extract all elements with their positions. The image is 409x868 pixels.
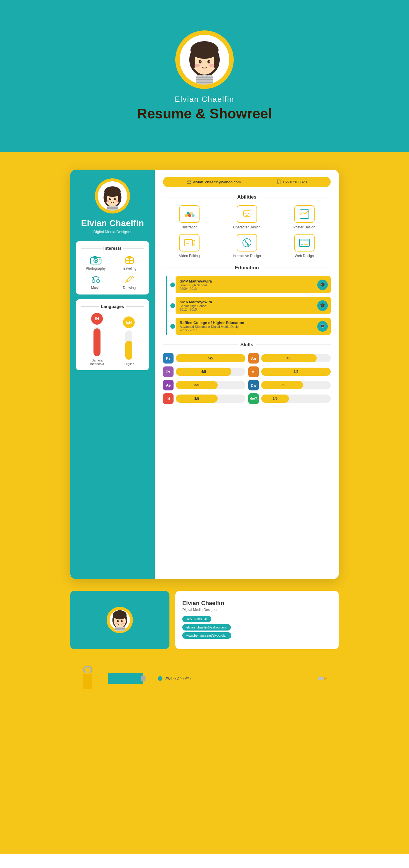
skills-section: Skills Ps 5/5 An 4/5 — [163, 342, 331, 404]
svg-point-79 — [121, 620, 123, 622]
interests-card: Interests Photography — [76, 241, 149, 294]
skill-bar-an: 4/5 — [261, 354, 331, 362]
skill-dw: Dw 3/5 — [248, 380, 331, 391]
svg-rect-44 — [127, 276, 132, 282]
right-panel: elvian_chaelfin@yahoo.com +65 87100020 A… — [155, 169, 339, 579]
skill-bar-ps: 5/5 — [176, 354, 245, 362]
svg-point-77 — [113, 610, 127, 619]
skill-badge-ps: Ps — [163, 353, 174, 364]
interest-traveling: Traveling — [114, 255, 144, 271]
skill-ps: Ps 5/5 — [163, 353, 245, 364]
poster-design-icon — [294, 205, 315, 223]
pen-label: Elvian Chaelfin — [165, 677, 191, 681]
svg-point-53 — [192, 214, 195, 217]
skill-score-dw: 3/5 — [261, 381, 303, 389]
title-area: Elvian Chaelfin Resume & Showreel — [137, 95, 272, 122]
svg-point-71 — [300, 240, 301, 241]
main-avatar — [175, 30, 234, 89]
skill-ai: Ai 5/5 — [248, 367, 331, 377]
skills-heading: Skills — [163, 342, 331, 348]
skill-badge-ai: Ai — [248, 367, 259, 377]
ability-interactive-design: Interactive Design — [220, 234, 273, 258]
svg-rect-82 — [114, 627, 125, 631]
left-avatar-ring — [95, 178, 130, 214]
svg-point-65 — [247, 244, 249, 246]
languages-heading: Languages — [81, 304, 144, 309]
skill-score-maya: 2/5 — [261, 395, 289, 403]
lang-bar-in — [94, 327, 101, 356]
interests-heading: Interests — [81, 246, 144, 251]
svg-rect-18 — [104, 194, 107, 203]
left-name: Elvian Chaelfin — [81, 218, 144, 228]
edu-sma-icon: 🎓 — [317, 300, 328, 311]
svg-rect-84 — [114, 629, 125, 630]
skill-badge-pr: Pr — [163, 367, 174, 377]
svg-rect-69 — [301, 244, 303, 245]
svg-point-55 — [244, 213, 246, 214]
phone-contact: +65 87100020 — [277, 180, 307, 184]
svg-point-5 — [199, 60, 202, 63]
biz-card-email: elvian_chaelfin@yahoo.com — [182, 624, 231, 630]
drawing-label: Drawing — [123, 286, 136, 290]
edu-smp-school: SMP Maitreyawira — [180, 279, 316, 283]
biz-card-white: Elvian Chaelfin Digital Media Designer +… — [175, 591, 339, 649]
svg-point-48 — [278, 183, 279, 184]
ability-illustration: Illustration — [163, 205, 216, 229]
biz-card-name: Elvian Chaelfin — [182, 600, 332, 607]
skill-badge-an: An — [248, 353, 259, 364]
skill-badge-id: Id — [163, 393, 174, 404]
biz-card-teal — [70, 591, 169, 649]
skill-bar-pr: 4/5 — [176, 368, 245, 376]
video-editing-icon — [179, 234, 200, 251]
photography-label: Photography — [86, 267, 105, 271]
svg-point-49 — [185, 214, 188, 217]
svg-point-10 — [209, 64, 214, 67]
skill-score-an: 4/5 — [261, 354, 317, 362]
ability-character-design: Character Design — [220, 205, 273, 229]
skill-bar-ae: 3/5 — [176, 381, 245, 389]
skill-bar-maya: 2/5 — [261, 395, 331, 403]
music-label: Music — [91, 286, 100, 290]
skills-grid: Ps 5/5 An 4/5 Pr 4/5 — [163, 353, 331, 404]
svg-rect-4 — [214, 54, 218, 68]
skill-score-pr: 4/5 — [176, 368, 231, 376]
svg-rect-70 — [304, 244, 308, 245]
svg-point-81 — [122, 623, 125, 624]
binder-clip — [76, 664, 99, 693]
svg-point-60 — [307, 211, 308, 212]
interest-photography: Photography — [81, 255, 111, 271]
lang-name-in: BahasaIndonesia — [90, 359, 104, 366]
illustration-label: Illustration — [181, 225, 198, 229]
photography-icon — [90, 255, 102, 265]
svg-point-21 — [114, 198, 116, 200]
skill-badge-ae: Ae — [163, 380, 174, 391]
skill-badge-maya: MAYA — [248, 393, 259, 404]
svg-point-38 — [92, 280, 95, 282]
lang-english: EN English — [123, 316, 135, 366]
skill-score-id: 3/5 — [176, 395, 218, 403]
skill-bar-id: 3/5 — [176, 395, 245, 403]
edu-raffles-level: Advanced Diploma in Digital Media Design — [180, 325, 316, 329]
svg-point-25 — [115, 200, 118, 202]
skill-pr: Pr 4/5 — [163, 367, 245, 377]
education-heading: Education — [163, 265, 331, 271]
education-timeline: SMP Maitreyawira Junior High School 2009… — [166, 276, 331, 335]
skill-bar-dw: 3/5 — [261, 381, 331, 389]
edu-sma-years: 2012 - 2015 — [180, 308, 316, 311]
svg-point-78 — [117, 620, 118, 622]
svg-rect-13 — [196, 79, 213, 81]
skill-id: Id 3/5 — [163, 393, 245, 404]
video-editing-label: Video Editing — [179, 254, 200, 258]
svg-point-31 — [95, 260, 97, 262]
lang-badge-en: EN — [123, 316, 135, 328]
skill-score-ps: 5/5 — [176, 354, 245, 362]
edu-sma-level: Senior High School — [180, 304, 316, 308]
languages-grid: IN BahasaIndonesia EN English — [81, 313, 144, 366]
accessories-area: Elvian Chaelfin — [70, 664, 339, 693]
skill-an: An 4/5 — [248, 353, 331, 364]
edu-raffles-years: 2015 - 2017 — [180, 329, 316, 332]
email-contact: elvian_chaelfin@yahoo.com — [187, 180, 241, 184]
svg-rect-3 — [191, 54, 195, 68]
contact-bar: elvian_chaelfin@yahoo.com +65 87100020 — [163, 177, 331, 187]
drawing-icon — [123, 274, 136, 284]
